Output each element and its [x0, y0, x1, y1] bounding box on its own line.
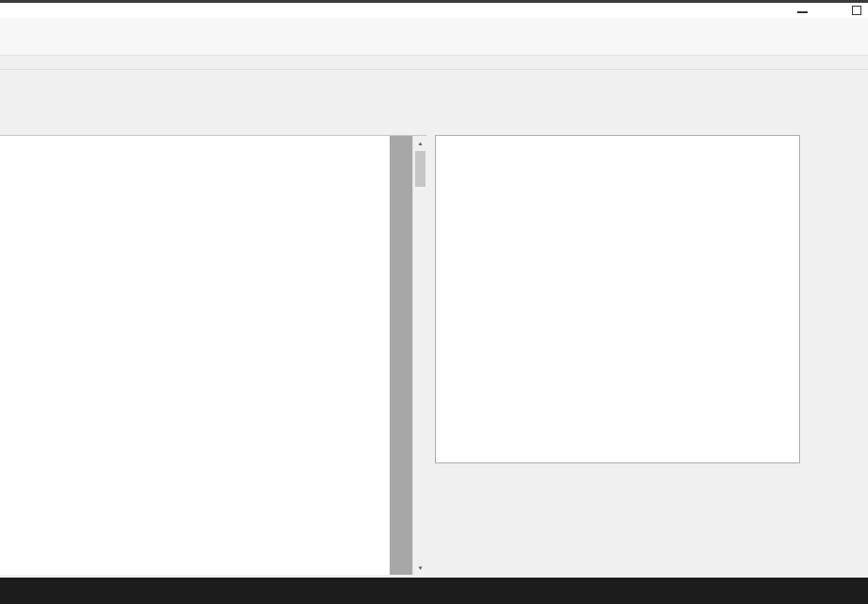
toolbar — [0, 33, 868, 56]
maximize-button[interactable] — [852, 6, 861, 15]
points-grid-scrollbar[interactable]: ▲ ▼ — [412, 136, 426, 575]
validations-panel: ▲ ▼ — [0, 70, 868, 578]
points-grid: ▲ ▼ — [0, 135, 426, 575]
issues-grid — [435, 135, 800, 463]
scroll-down-icon[interactable]: ▼ — [413, 561, 426, 575]
xml-reader-window: ▲ ▼ — [0, 3, 868, 578]
desktop: ▲ ▼ — [0, 0, 868, 604]
titlebar — [0, 3, 868, 18]
scroll-up-icon[interactable]: ▲ — [413, 136, 426, 150]
tabstrip — [0, 56, 868, 70]
grid-background — [390, 136, 412, 575]
menubar — [0, 18, 868, 33]
minimize-button[interactable] — [797, 11, 808, 13]
screen-top-edge — [0, 0, 868, 3]
taskbar — [0, 578, 868, 604]
scrollbar-thumb[interactable] — [415, 151, 426, 187]
